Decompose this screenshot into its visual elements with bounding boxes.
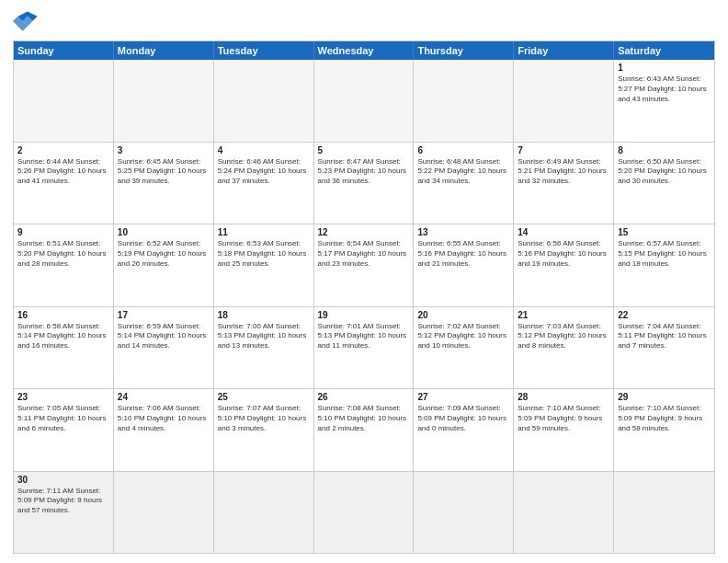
day-number: 16 [17,310,109,320]
calendar-cell [414,60,514,142]
day-info: Sunrise: 6:54 AM Sunset: 5:17 PM Dayligh… [318,239,410,269]
day-info: Sunrise: 7:00 AM Sunset: 5:13 PM Dayligh… [218,322,310,351]
calendar-cell [214,60,314,142]
calendar-header: SundayMondayTuesdayWednesdayThursdayFrid… [14,41,714,60]
calendar-cell: 14Sunrise: 6:56 AM Sunset: 5:16 PM Dayli… [514,224,614,306]
day-info: Sunrise: 6:44 AM Sunset: 5:26 PM Dayligh… [17,157,109,187]
calendar-cell: 23Sunrise: 7:05 AM Sunset: 5:11 PM Dayli… [14,389,114,471]
calendar-cell: 18Sunrise: 7:00 AM Sunset: 5:13 PM Dayli… [214,307,314,389]
day-info: Sunrise: 7:11 AM Sunset: 5:09 PM Dayligh… [17,487,109,516]
calendar-cell [114,60,214,142]
day-number: 30 [17,475,109,485]
calendar-cell: 11Sunrise: 6:53 AM Sunset: 5:18 PM Dayli… [214,224,314,306]
day-info: Sunrise: 7:10 AM Sunset: 5:09 PM Dayligh… [618,404,711,433]
day-info: Sunrise: 7:04 AM Sunset: 5:11 PM Dayligh… [618,322,711,351]
day-info: Sunrise: 6:57 AM Sunset: 5:15 PM Dayligh… [618,239,711,269]
calendar-cell: 16Sunrise: 6:58 AM Sunset: 5:14 PM Dayli… [14,307,114,389]
day-info: Sunrise: 7:02 AM Sunset: 5:12 PM Dayligh… [417,322,509,351]
day-info: Sunrise: 6:49 AM Sunset: 5:21 PM Dayligh… [518,157,609,187]
calendar-cell [114,472,214,554]
day-info: Sunrise: 6:59 AM Sunset: 5:14 PM Dayligh… [118,322,210,351]
calendar-row: 16Sunrise: 6:58 AM Sunset: 5:14 PM Dayli… [14,306,714,389]
header [13,9,715,35]
calendar-cell [314,472,415,554]
calendar-cell: 2Sunrise: 6:44 AM Sunset: 5:26 PM Daylig… [14,143,114,224]
day-info: Sunrise: 6:52 AM Sunset: 5:19 PM Dayligh… [118,239,210,269]
day-number: 4 [218,145,310,155]
day-info: Sunrise: 6:48 AM Sunset: 5:22 PM Dayligh… [417,157,509,187]
day-number: 22 [618,310,711,320]
day-number: 29 [618,392,711,402]
calendar-cell: 30Sunrise: 7:11 AM Sunset: 5:09 PM Dayli… [14,472,114,554]
calendar-cell [614,472,714,554]
calendar-row: 9Sunrise: 6:51 AM Sunset: 5:20 PM Daylig… [14,224,714,306]
calendar: SundayMondayTuesdayWednesdayThursdayFrid… [13,40,715,554]
day-number: 20 [417,310,509,320]
day-info: Sunrise: 6:55 AM Sunset: 5:16 PM Dayligh… [417,239,509,269]
header-day: Tuesday [214,41,314,60]
day-info: Sunrise: 7:09 AM Sunset: 5:09 PM Dayligh… [417,404,509,433]
calendar-cell: 17Sunrise: 6:59 AM Sunset: 5:14 PM Dayli… [114,307,214,389]
header-day: Monday [114,41,214,60]
calendar-row: 1Sunrise: 6:43 AM Sunset: 5:27 PM Daylig… [14,60,714,142]
day-number: 19 [318,310,410,320]
day-number: 28 [518,392,609,402]
day-number: 8 [618,145,711,155]
header-day: Sunday [14,41,114,60]
header-day: Friday [514,41,614,60]
day-number: 10 [118,227,210,237]
calendar-cell: 5Sunrise: 6:47 AM Sunset: 5:23 PM Daylig… [314,143,415,224]
day-info: Sunrise: 6:43 AM Sunset: 5:27 PM Dayligh… [618,75,711,104]
day-number: 21 [518,310,609,320]
calendar-cell: 8Sunrise: 6:50 AM Sunset: 5:20 PM Daylig… [614,143,714,224]
day-number: 11 [218,227,310,237]
calendar-cell: 13Sunrise: 6:55 AM Sunset: 5:16 PM Dayli… [414,224,514,306]
day-info: Sunrise: 6:51 AM Sunset: 5:20 PM Dayligh… [17,239,109,269]
calendar-cell [314,60,415,142]
calendar-cell [14,60,114,142]
calendar-body: 1Sunrise: 6:43 AM Sunset: 5:27 PM Daylig… [14,60,714,553]
day-number: 1 [618,63,711,73]
calendar-cell: 9Sunrise: 6:51 AM Sunset: 5:20 PM Daylig… [14,224,114,306]
day-info: Sunrise: 7:01 AM Sunset: 5:13 PM Dayligh… [318,322,410,351]
day-info: Sunrise: 6:58 AM Sunset: 5:14 PM Dayligh… [17,322,109,351]
day-number: 6 [417,145,509,155]
calendar-cell [514,60,614,142]
day-number: 2 [17,145,109,155]
day-info: Sunrise: 6:53 AM Sunset: 5:18 PM Dayligh… [218,239,310,269]
calendar-cell: 7Sunrise: 6:49 AM Sunset: 5:21 PM Daylig… [514,143,614,224]
header-day: Wednesday [314,41,415,60]
day-info: Sunrise: 7:06 AM Sunset: 5:10 PM Dayligh… [118,404,210,433]
calendar-cell [214,472,314,554]
header-day: Saturday [614,41,714,60]
calendar-cell: 19Sunrise: 7:01 AM Sunset: 5:13 PM Dayli… [314,307,415,389]
calendar-row: 2Sunrise: 6:44 AM Sunset: 5:26 PM Daylig… [14,142,714,224]
day-number: 7 [518,145,609,155]
day-number: 14 [518,227,609,237]
calendar-cell: 26Sunrise: 7:08 AM Sunset: 5:10 PM Dayli… [314,389,415,471]
calendar-cell: 25Sunrise: 7:07 AM Sunset: 5:10 PM Dayli… [214,389,314,471]
calendar-cell: 15Sunrise: 6:57 AM Sunset: 5:15 PM Dayli… [614,224,714,306]
day-number: 25 [218,392,310,402]
day-info: Sunrise: 6:50 AM Sunset: 5:20 PM Dayligh… [618,157,711,187]
calendar-cell: 3Sunrise: 6:45 AM Sunset: 5:25 PM Daylig… [114,143,214,224]
day-number: 26 [318,392,410,402]
logo [13,9,46,35]
calendar-row: 30Sunrise: 7:11 AM Sunset: 5:09 PM Dayli… [14,471,714,554]
day-info: Sunrise: 7:08 AM Sunset: 5:10 PM Dayligh… [318,404,410,433]
day-number: 9 [17,227,109,237]
calendar-cell: 29Sunrise: 7:10 AM Sunset: 5:09 PM Dayli… [614,389,714,471]
calendar-cell: 21Sunrise: 7:03 AM Sunset: 5:12 PM Dayli… [514,307,614,389]
day-info: Sunrise: 6:45 AM Sunset: 5:25 PM Dayligh… [118,157,210,187]
calendar-cell: 28Sunrise: 7:10 AM Sunset: 5:09 PM Dayli… [514,389,614,471]
calendar-cell: 27Sunrise: 7:09 AM Sunset: 5:09 PM Dayli… [414,389,514,471]
day-number: 17 [118,310,210,320]
calendar-cell: 1Sunrise: 6:43 AM Sunset: 5:27 PM Daylig… [614,60,714,142]
header-day: Thursday [414,41,514,60]
calendar-row: 23Sunrise: 7:05 AM Sunset: 5:11 PM Dayli… [14,388,714,471]
day-number: 27 [417,392,509,402]
calendar-cell: 6Sunrise: 6:48 AM Sunset: 5:22 PM Daylig… [414,143,514,224]
calendar-cell: 10Sunrise: 6:52 AM Sunset: 5:19 PM Dayli… [114,224,214,306]
day-number: 18 [218,310,310,320]
day-info: Sunrise: 6:47 AM Sunset: 5:23 PM Dayligh… [318,157,410,187]
